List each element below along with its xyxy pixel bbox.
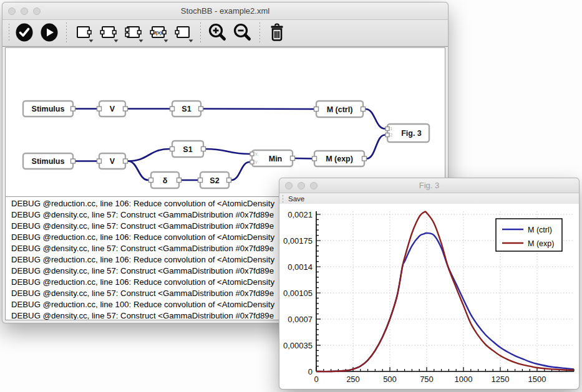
block-min[interactable]: MinXY — [250, 150, 295, 166]
figure-window: Fig. 3 Save 025050075010001250150000,000… — [279, 178, 580, 390]
block-stimulus1[interactable]: Stimulus — [23, 101, 75, 117]
density-chart: 025050075010001250150000,000350,00070,00… — [279, 204, 578, 388]
port-y[interactable] — [250, 160, 254, 164]
port-in[interactable] — [198, 178, 203, 183]
legend-entry-label: M (exp) — [528, 239, 554, 248]
port-out[interactable] — [227, 178, 231, 183]
toolbar-handle[interactable] — [283, 195, 283, 203]
port-in[interactable] — [314, 107, 319, 112]
toolbar-handle[interactable] — [9, 24, 9, 42]
port-p1[interactable] — [386, 127, 389, 131]
toolbar-add-sink-button[interactable] — [173, 21, 194, 45]
wire-s1b-to-min[interactable] — [206, 149, 250, 154]
block-function-icon: f(x) — [148, 22, 169, 44]
wire-v2-to-s1b[interactable] — [128, 149, 170, 161]
wire-min-to-mexp[interactable] — [295, 158, 312, 159]
port-label: 1 — [390, 127, 393, 131]
toolbar-zoom-out-button[interactable] — [232, 21, 253, 45]
window-controls — [285, 182, 318, 189]
port-out[interactable] — [291, 156, 295, 161]
legend-entry-label: M (ctrl) — [528, 226, 552, 234]
zoom-out-icon — [233, 22, 253, 44]
toolbar-separator — [200, 22, 201, 44]
y-tick-label: 0,00035 — [283, 341, 313, 350]
toolbar-add-join-button[interactable] — [123, 21, 144, 45]
wire-s2-to-min[interactable] — [231, 162, 250, 180]
port-label: 2 — [390, 133, 393, 137]
block-v2[interactable]: V — [97, 153, 128, 169]
close-icon[interactable] — [8, 7, 16, 15]
port-in[interactable] — [97, 107, 102, 111]
port-p2[interactable] — [386, 133, 389, 137]
zoom-icon[interactable] — [310, 182, 318, 189]
toolbar-separator — [66, 22, 67, 44]
port-out[interactable] — [71, 159, 75, 163]
network-diagram: StimulusVS1M (ctrl)Fig. 312StimulusVS1δS… — [6, 48, 445, 196]
wire-mctrl-to-fig3[interactable] — [366, 109, 385, 129]
window-controls — [8, 7, 41, 15]
port-out[interactable] — [201, 147, 206, 151]
port-in[interactable] — [170, 107, 175, 111]
block-s1a[interactable]: S1 — [170, 101, 203, 117]
port-out[interactable] — [124, 159, 128, 163]
toolbar-add-source-button[interactable] — [73, 21, 94, 45]
save-button[interactable]: Save — [288, 195, 304, 203]
port-out[interactable] — [199, 107, 203, 111]
block-delta[interactable]: δ — [149, 172, 182, 188]
figure-window-titlebar[interactable]: Fig. 3 — [279, 178, 579, 193]
main-window-titlebar[interactable]: StochBB - example2.xml — [2, 2, 448, 20]
toolbar-separator — [259, 22, 260, 44]
port-out[interactable] — [177, 178, 182, 183]
diagram-canvas[interactable]: StimulusVS1M (ctrl)Fig. 312StimulusVS1δS… — [6, 48, 445, 197]
check-circle-icon — [14, 22, 35, 44]
block-label: S2 — [210, 176, 219, 185]
block-label: V — [110, 157, 115, 166]
block-label: Fig. 3 — [401, 129, 422, 138]
block-label: S1 — [183, 145, 192, 154]
port-in[interactable] — [170, 147, 175, 151]
toolbar-add-process-button[interactable] — [98, 21, 119, 45]
figure-window-title: Fig. 3 — [419, 181, 440, 190]
zoom-icon[interactable] — [33, 7, 41, 15]
block-s1b[interactable]: S1 — [170, 141, 206, 157]
block-stimulus2[interactable]: Stimulus — [23, 153, 75, 169]
close-icon[interactable] — [285, 182, 293, 189]
port-label: Y — [255, 160, 258, 165]
port-x[interactable] — [250, 152, 254, 156]
toolbar-add-function-button[interactable]: f(x) — [148, 21, 169, 45]
port-out[interactable] — [361, 107, 366, 112]
minimize-icon[interactable] — [21, 7, 28, 15]
chart-area: 025050075010001250150000,000350,00070,00… — [279, 204, 579, 389]
port-in[interactable] — [149, 178, 153, 183]
toolbar-delete-button[interactable] — [266, 21, 288, 45]
zoom-in-icon — [208, 22, 228, 44]
y-tick-label: 0,0014 — [288, 262, 313, 272]
wire-s1a-to-mctrl[interactable] — [203, 109, 314, 110]
block-sink-icon — [173, 22, 194, 44]
y-tick-label: 0,00175 — [283, 236, 313, 246]
x-tick-label: 250 — [346, 375, 360, 384]
block-label: V — [110, 105, 115, 113]
wire-v2-to-delta[interactable] — [128, 161, 148, 181]
trash-icon — [267, 22, 288, 44]
toolbar-run-button[interactable] — [39, 21, 60, 45]
block-mctrl[interactable]: M (ctrl) — [314, 101, 366, 117]
block-process-icon — [99, 22, 119, 44]
block-fig3[interactable]: Fig. 312 — [386, 124, 429, 142]
block-mexp[interactable]: M (exp) — [313, 151, 367, 166]
port-in[interactable] — [313, 156, 317, 161]
port-in[interactable] — [97, 159, 102, 163]
block-v1[interactable]: V — [97, 101, 128, 117]
toolbar-check-button[interactable] — [14, 21, 35, 45]
x-tick-label: 1250 — [492, 375, 510, 384]
block-s2[interactable]: S2 — [198, 172, 231, 188]
block-label: δ — [163, 176, 168, 185]
port-out[interactable] — [71, 107, 75, 111]
svg-text:f(x): f(x) — [154, 30, 162, 36]
minimize-icon[interactable] — [298, 182, 305, 189]
port-out[interactable] — [124, 107, 128, 111]
port-out[interactable] — [362, 156, 367, 161]
toolbar-zoom-in-button[interactable] — [207, 21, 228, 45]
wire-mexp-to-fig3[interactable] — [367, 135, 385, 159]
block-source-icon — [74, 22, 94, 44]
